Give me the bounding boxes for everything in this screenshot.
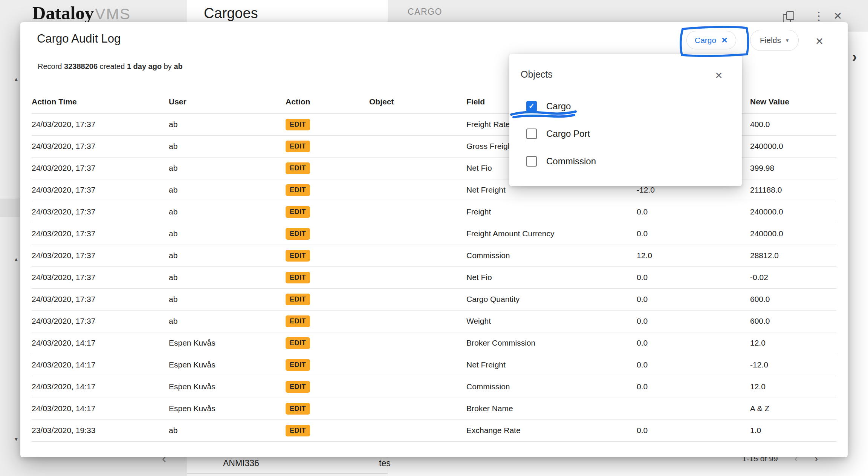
cell-field: Net Freight (466, 354, 637, 376)
cell-action: EDIT (286, 419, 369, 441)
record-label: Record (38, 62, 62, 70)
cell-action: EDIT (286, 310, 369, 332)
page-title-cargoes: Cargoes (204, 5, 258, 21)
cell-user: ab (169, 157, 286, 179)
cell-action: EDIT (286, 179, 369, 201)
cell-old-value: 0.0 (637, 354, 750, 376)
cell-object (369, 245, 466, 266)
table-row: 24/03/2020, 14:17Espen KuvåsEDITNet Frei… (32, 354, 836, 376)
table-row: 24/03/2020, 17:37abEDITFreight Amount Cu… (32, 223, 836, 245)
edit-badge: EDIT (286, 403, 310, 415)
scroll-up-icon[interactable]: ▲ (14, 76, 19, 82)
dataloy-logo: DataloyVMS (32, 2, 131, 24)
copy-icon[interactable] (783, 11, 795, 23)
cell-new-value: 1.0 (750, 419, 836, 441)
cell-object (369, 223, 466, 245)
cell-action: EDIT (286, 332, 369, 354)
filter-chip-cargo[interactable]: Cargo ✕ (686, 31, 736, 49)
column-header-action: Action (286, 90, 369, 113)
cell-user: ab (169, 113, 286, 135)
cell-user: ab (169, 135, 286, 157)
cell-new-value: 28812.0 (750, 245, 836, 266)
cell-action-time: 24/03/2020, 17:37 (32, 201, 169, 223)
cell-object (369, 332, 466, 354)
column-header-new-value: New Value (750, 90, 836, 113)
edit-badge: EDIT (286, 141, 310, 152)
edit-badge: EDIT (286, 337, 310, 349)
edit-badge: EDIT (286, 228, 310, 240)
cell-action: EDIT (286, 223, 369, 245)
cell-user: Espen Kuvås (169, 376, 286, 398)
table-row: 24/03/2020, 14:17Espen KuvåsEDITBroker N… (32, 398, 836, 419)
edit-badge: EDIT (286, 250, 310, 262)
objects-popup-item[interactable]: Cargo Port (509, 120, 742, 147)
record-user: ab (174, 62, 182, 70)
record-by-label: by (164, 62, 172, 70)
screen: DataloyVMS Cargoes CARGO ⋮ ✕ › ▲ ▲ ▼ ‹ A… (0, 0, 868, 476)
edit-badge: EDIT (286, 119, 310, 130)
fields-dropdown-button[interactable]: Fields ▾ (750, 30, 799, 51)
dialog-close-icon[interactable]: ✕ (811, 33, 828, 50)
cell-old-value: 12.0 (637, 245, 750, 266)
edit-badge: EDIT (286, 359, 310, 371)
column-header-user: User (169, 90, 286, 113)
checkbox-unchecked-icon[interactable] (526, 156, 537, 167)
cell-action: EDIT (286, 157, 369, 179)
cell-action-time: 24/03/2020, 17:37 (32, 266, 169, 288)
cell-field: Broker Name (466, 398, 637, 419)
column-header-action-time: Action Time (32, 90, 169, 113)
scroll-down-icon[interactable]: ▼ (14, 436, 19, 442)
cell-new-value: 240000.0 (750, 135, 836, 157)
cell-user: ab (169, 179, 286, 201)
objects-popup-item[interactable]: ✓Cargo (509, 92, 742, 120)
table-row: 24/03/2020, 17:37abEDITFreight0.0240000.… (32, 201, 836, 223)
cell-field: Freight Amount Currency (466, 223, 637, 245)
scroll-up-icon[interactable]: ▲ (14, 256, 19, 262)
cell-field: Cargo Quantity (466, 288, 637, 310)
background-row-divider (187, 473, 388, 474)
cell-new-value: -0.02 (750, 266, 836, 288)
cell-object (369, 201, 466, 223)
cell-field: Commission (466, 376, 637, 398)
panel-expand-chevron-icon[interactable]: › (852, 49, 857, 65)
popup-close-icon[interactable]: ✕ (711, 67, 727, 83)
cell-action: EDIT (286, 135, 369, 157)
cell-user: ab (169, 419, 286, 441)
cell-old-value: 0.0 (637, 376, 750, 398)
cell-new-value: A & Z (750, 398, 836, 419)
edit-badge: EDIT (286, 206, 310, 218)
cell-action-time: 24/03/2020, 17:37 (32, 245, 169, 266)
edit-badge: EDIT (286, 381, 310, 393)
checkbox-unchecked-icon[interactable] (526, 129, 537, 139)
cell-action: EDIT (286, 398, 369, 419)
cell-object (369, 419, 466, 441)
panel-close-icon[interactable]: ✕ (833, 10, 842, 22)
background-table-cell: tes (379, 458, 391, 468)
cell-action-time: 24/03/2020, 17:37 (32, 310, 169, 332)
cell-user: Espen Kuvås (169, 354, 286, 376)
objects-popup-item[interactable]: Commission (509, 147, 742, 175)
cell-action-time: 24/03/2020, 17:37 (32, 223, 169, 245)
cell-action-time: 24/03/2020, 17:37 (32, 135, 169, 157)
cell-new-value: 600.0 (750, 288, 836, 310)
cell-old-value: 0.0 (637, 266, 750, 288)
cell-object (369, 354, 466, 376)
cell-object (369, 113, 466, 135)
background-table-cell-cargo-code: ANMI336 (223, 458, 259, 468)
cell-object (369, 376, 466, 398)
checkbox-checked-icon[interactable]: ✓ (526, 101, 537, 112)
cell-user: ab (169, 266, 286, 288)
kebab-menu-icon[interactable]: ⋮ (813, 9, 825, 23)
cell-action: EDIT (286, 266, 369, 288)
table-row: 24/03/2020, 17:37abEDITNet Fio0.0-0.02 (32, 266, 836, 288)
chip-remove-icon[interactable]: ✕ (721, 36, 728, 45)
edit-badge: EDIT (286, 294, 310, 305)
copy-icon-front (786, 11, 794, 20)
table-row: 24/03/2020, 17:37abEDITCargo Quantity0.0… (32, 288, 836, 310)
cell-user: ab (169, 288, 286, 310)
record-age: 1 day ago (127, 62, 162, 70)
record-id: 32388206 (64, 62, 98, 70)
cell-object (369, 288, 466, 310)
cell-old-value: 0.0 (637, 419, 750, 441)
cell-new-value: 240000.0 (750, 223, 836, 245)
